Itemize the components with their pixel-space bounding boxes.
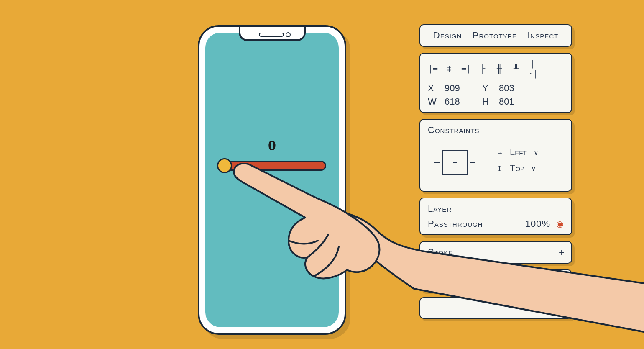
layer-title: Layer <box>428 203 564 214</box>
align-right-icon[interactable]: =| <box>461 64 470 74</box>
opacity-value[interactable]: 100% <box>525 218 550 229</box>
constraints-title: Constraints <box>428 125 564 136</box>
w-value[interactable]: 618 <box>445 96 482 107</box>
panel-tabs: Design Prototype Inspect <box>419 24 572 47</box>
x-label: X <box>428 83 445 94</box>
panel-bottom <box>419 297 572 319</box>
constraint-horizontal[interactable]: ↦ Left ∨ <box>495 147 539 158</box>
align-center-h-icon[interactable]: ‡ <box>445 64 454 74</box>
slider-value: 0 <box>205 137 339 154</box>
w-label: W <box>428 96 445 107</box>
eye-icon[interactable]: ◉ <box>556 219 564 229</box>
slider-thumb[interactable] <box>217 158 232 173</box>
panel-constraints: Constraints + ↦ Left ∨ I Top ∨ <box>419 119 572 192</box>
constraints-diagram[interactable]: + <box>436 144 474 182</box>
align-top-icon[interactable]: ├ <box>478 64 487 74</box>
panel-transform: |= ‡ =| ├ ╫ ╨ |·| X 909 Y 803 W 618 H 80… <box>419 53 572 113</box>
panel-layer: Layer Passthrough 100% ◉ <box>419 198 572 235</box>
y-label: Y <box>482 83 499 94</box>
h-label: H <box>482 96 499 107</box>
constraint-horiz-value: Left <box>510 147 527 158</box>
stroke-title: Stoke <box>428 247 564 258</box>
tab-prototype[interactable]: Prototype <box>473 30 517 41</box>
slider-track[interactable] <box>222 161 326 171</box>
align-center-v-icon[interactable]: ╫ <box>495 64 504 74</box>
h-value[interactable]: 801 <box>499 96 537 107</box>
tab-inspect[interactable]: Inspect <box>527 30 558 41</box>
align-bottom-icon[interactable]: ╨ <box>511 64 521 74</box>
blend-mode[interactable]: Passthrough <box>428 218 483 229</box>
y-value[interactable]: 803 <box>499 83 537 94</box>
add-section-button[interactable]: + <box>559 275 565 286</box>
phone-screen: 0 <box>205 33 339 327</box>
phone-frame: 0 <box>198 25 346 335</box>
add-stroke-button[interactable]: + <box>559 246 565 258</box>
constraint-horiz-icon: ↦ <box>495 148 505 157</box>
chevron-down-icon: ∨ <box>534 149 539 157</box>
constraint-vertical[interactable]: I Top ∨ <box>495 163 539 174</box>
phone-notch <box>239 27 306 41</box>
constraint-vert-icon: I <box>495 164 505 173</box>
tab-design[interactable]: Design <box>433 30 462 41</box>
x-value[interactable]: 909 <box>445 83 482 94</box>
chevron-down-icon: ∨ <box>531 164 536 172</box>
distribute-icon[interactable]: |·| <box>528 59 537 79</box>
panel-extra: + <box>419 269 572 291</box>
align-left-icon[interactable]: |= <box>428 64 437 74</box>
constraint-vert-value: Top <box>510 163 524 174</box>
panel-stroke: Stoke + <box>419 241 572 264</box>
